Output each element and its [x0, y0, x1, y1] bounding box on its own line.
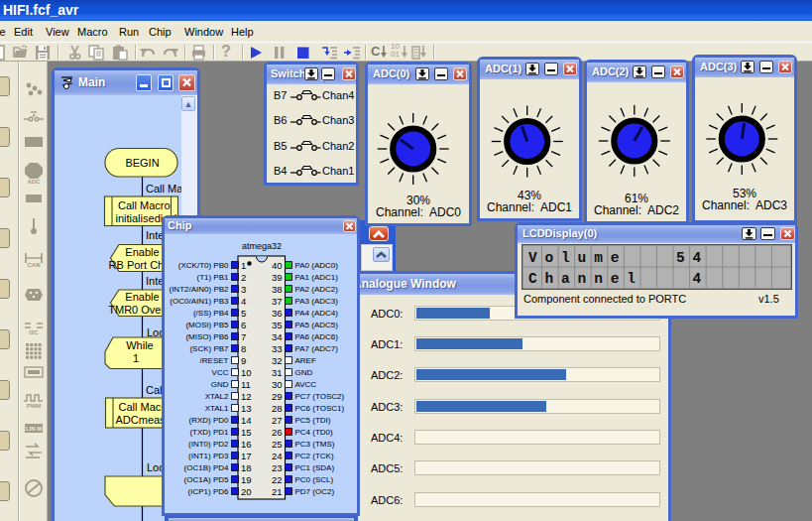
svg-text:BEGIN: BEGIN — [125, 157, 159, 169]
svg-text:(OC1A) PD5: (OC1A) PD5 — [184, 475, 229, 484]
svg-text:32: 32 — [272, 355, 283, 366]
svg-text:C: C — [528, 271, 537, 287]
svg-text:19: 19 — [241, 474, 252, 485]
svg-text:PC7 (TOSC2): PC7 (TOSC2) — [295, 392, 345, 401]
svg-text:34: 34 — [272, 331, 283, 342]
svg-text:(XCK/T0) PB0: (XCK/T0) PB0 — [178, 261, 229, 270]
svg-text:atmega32: atmega32 — [242, 241, 282, 251]
svg-text:PC0 (SCL): PC0 (SCL) — [295, 475, 334, 484]
svg-text:u: u — [578, 250, 587, 266]
svg-text:1: 1 — [241, 260, 246, 271]
svg-text:e: e — [611, 250, 620, 266]
svg-text:PA4 (ADC4): PA4 (ADC4) — [295, 309, 339, 318]
svg-text:18: 18 — [241, 462, 252, 473]
svg-text:6: 6 — [241, 320, 246, 330]
svg-text:35: 35 — [272, 320, 283, 330]
svg-text:(OC0/AIN1) PB3: (OC0/AIN1) PB3 — [170, 297, 229, 306]
svg-text:9: 9 — [241, 355, 246, 366]
svg-text:22: 22 — [272, 474, 283, 485]
svg-text:PA1 (ADC1): PA1 (ADC1) — [295, 273, 339, 282]
svg-text:While: While — [126, 339, 154, 351]
svg-text:14: 14 — [241, 415, 252, 426]
svg-text:7: 7 — [241, 331, 246, 342]
svg-text:AREF: AREF — [295, 356, 316, 365]
svg-text:23: 23 — [272, 462, 283, 473]
svg-text:4: 4 — [693, 250, 702, 266]
svg-text:PC2 (TCK): PC2 (TCK) — [295, 452, 334, 460]
svg-text:LIN M: LIN M — [26, 426, 42, 432]
svg-text:36: 36 — [272, 308, 283, 319]
svg-text:31: 31 — [272, 367, 283, 378]
svg-text:ADC: ADC — [28, 179, 42, 185]
svg-text:8: 8 — [241, 343, 246, 354]
svg-text:XTAL1: XTAL1 — [205, 404, 229, 413]
svg-text:1: 1 — [133, 352, 139, 364]
svg-text:GND: GND — [295, 368, 313, 377]
svg-text:38: 38 — [272, 284, 283, 295]
svg-text:l: l — [627, 271, 636, 287]
svg-text:2: 2 — [241, 272, 246, 283]
svg-text:PA2 (ADC2): PA2 (ADC2) — [295, 285, 339, 294]
svg-text:26: 26 — [272, 427, 283, 438]
svg-text:PA6 (ADC6): PA6 (ADC6) — [295, 332, 339, 341]
svg-text:40: 40 — [272, 260, 283, 271]
svg-text:AVCC: AVCC — [295, 380, 317, 389]
svg-text:I2C: I2C — [29, 329, 39, 335]
svg-text:PA5 (ADC5): PA5 (ADC5) — [295, 321, 339, 329]
svg-text:Enable: Enable — [125, 246, 159, 258]
svg-text:PC3 (TMS): PC3 (TMS) — [295, 440, 335, 449]
svg-text:5: 5 — [676, 250, 685, 266]
svg-text:13: 13 — [241, 403, 252, 414]
svg-text:(ICP1) PD6: (ICP1) PD6 — [188, 487, 229, 496]
svg-text:37: 37 — [272, 296, 283, 307]
svg-text:12: 12 — [241, 391, 252, 402]
svg-text:h: h — [544, 271, 553, 287]
svg-text:24: 24 — [272, 451, 283, 461]
svg-text:PWM: PWM — [27, 403, 42, 409]
svg-text:PA7 (ADC7): PA7 (ADC7) — [295, 344, 339, 353]
svg-text:16: 16 — [241, 439, 252, 450]
svg-text:PA3 (ADC3): PA3 (ADC3) — [295, 297, 339, 306]
svg-text:15: 15 — [241, 427, 252, 438]
svg-text:PC1 (SDA): PC1 (SDA) — [295, 463, 335, 472]
svg-text:(INT0) PD2: (INT0) PD2 — [188, 440, 229, 449]
svg-text:27: 27 — [272, 415, 283, 426]
svg-text:(/SS) PB4: (/SS) PB4 — [193, 309, 229, 318]
svg-text:e: e — [611, 271, 620, 287]
svg-text:(MOSI) PB5: (MOSI) PB5 — [185, 321, 229, 329]
svg-text:PC6 (TOSC1): PC6 (TOSC1) — [295, 404, 345, 413]
svg-text:28: 28 — [272, 403, 283, 414]
svg-text:Enable: Enable — [125, 291, 159, 303]
svg-text:n: n — [578, 271, 587, 287]
svg-text:(MISO) PB6: (MISO) PB6 — [185, 332, 229, 341]
svg-text:11: 11 — [241, 379, 251, 390]
svg-text:GND: GND — [211, 380, 229, 389]
svg-text:17: 17 — [241, 451, 252, 461]
svg-text:4: 4 — [693, 271, 702, 287]
svg-text:a: a — [561, 271, 570, 287]
svg-text:39: 39 — [272, 272, 283, 283]
svg-text:n: n — [594, 271, 603, 287]
svg-text:PC4 (TD0): PC4 (TD0) — [295, 428, 334, 437]
svg-text:(RXD) PD0: (RXD) PD0 — [188, 416, 229, 425]
svg-text:/RESET: /RESET — [200, 356, 229, 365]
svg-text:o: o — [544, 250, 553, 266]
svg-text:VCC: VCC — [212, 368, 229, 377]
svg-text:(SCK) PB7: (SCK) PB7 — [189, 344, 229, 353]
svg-text:(INT1) PD3: (INT1) PD3 — [188, 452, 229, 460]
svg-text:20: 20 — [241, 486, 252, 497]
svg-text:29: 29 — [272, 391, 283, 402]
svg-text:33: 33 — [272, 343, 283, 354]
svg-text:21: 21 — [272, 486, 283, 497]
svg-text:(T1) PB1: (T1) PB1 — [196, 273, 229, 282]
svg-text:30: 30 — [272, 379, 283, 390]
svg-text:PA0 (ADC0): PA0 (ADC0) — [295, 261, 339, 270]
svg-text:l: l — [561, 250, 570, 266]
svg-text:m: m — [594, 250, 603, 266]
svg-text:XTAL2: XTAL2 — [205, 392, 229, 401]
svg-text:5: 5 — [241, 308, 246, 319]
svg-text:Call Macro: Call Macro — [118, 199, 171, 211]
svg-text:10: 10 — [241, 367, 252, 378]
svg-text:25: 25 — [272, 439, 283, 450]
svg-text:PD7 (OC2): PD7 (OC2) — [295, 487, 335, 496]
